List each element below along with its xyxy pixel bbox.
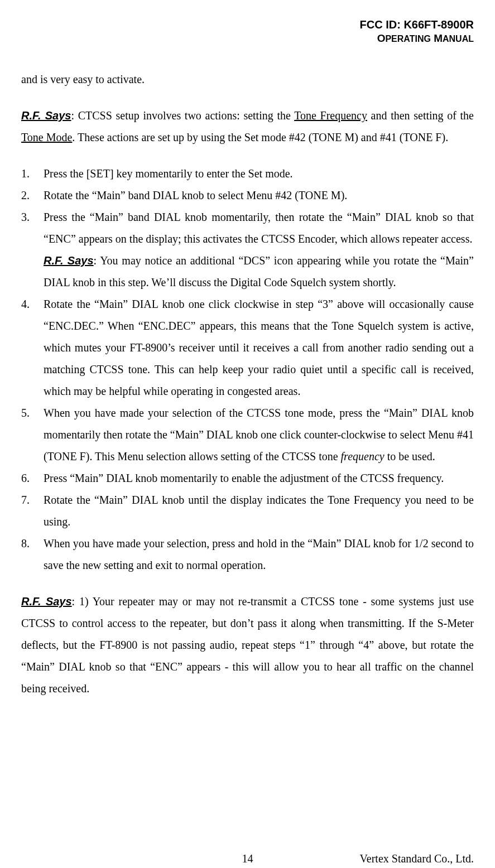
page-header: FCC ID: K66FT-8900R OPERATING MANUAL: [21, 18, 474, 45]
tone-mode-underline: Tone Mode: [21, 131, 72, 143]
rf-says-2: R.F. Says: 1) Your repeater may or may n…: [21, 591, 474, 700]
op-o: O: [377, 32, 386, 44]
step-number: 2.: [21, 185, 44, 206]
step5-t2: to be used.: [385, 450, 435, 462]
step-body: Rotate the “Main” band DIAL knob to sele…: [44, 185, 474, 206]
op-perating: PERATING: [385, 34, 430, 44]
rf1-between: and then setting of the: [367, 109, 474, 122]
op-m: M: [431, 32, 443, 44]
step3-main: Press the “Main” band DIAL knob momentar…: [44, 211, 474, 245]
rf2-text: : 1) Your repeater may or may not re-tra…: [21, 595, 474, 695]
tone-frequency-underline: Tone Frequency: [294, 109, 367, 122]
operating-manual: OPERATING MANUAL: [21, 32, 474, 45]
list-item: 4. Rotate the “Main” DIAL knob one click…: [21, 293, 474, 402]
list-item: 7. Rotate the “Main” DIAL knob until the…: [21, 489, 474, 533]
step-body: Rotate the “Main” DIAL knob one click cl…: [44, 293, 474, 402]
list-item: 5. When you have made your selection of …: [21, 402, 474, 467]
rf1-after: . These actions are set up by using the …: [72, 131, 448, 143]
rf-label-inline: R.F. Says: [44, 254, 94, 267]
company-name: Vertex Standard Co., Ltd.: [360, 848, 474, 868]
step3-rf-says: R.F. Says: You may notice an additional …: [44, 250, 474, 293]
step-body: Press the “Main” band DIAL knob momentar…: [44, 206, 474, 293]
step-body: When you have made your selection, press…: [44, 533, 474, 576]
rf-label-1: R.F. Says: [21, 109, 71, 122]
step-number: 8.: [21, 533, 44, 554]
list-item: 6. Press “Main” DIAL knob momentarily to…: [21, 467, 474, 489]
step-body: When you have made your selection of the…: [44, 402, 474, 467]
op-anual: ANUAL: [443, 34, 474, 44]
steps-list: 1. Press the [SET] key momentarily to en…: [21, 163, 474, 576]
step5-frequency-em: frequency: [341, 450, 385, 462]
step-number: 5.: [21, 402, 44, 424]
step-body: Press “Main” DIAL knob momentarily to en…: [44, 467, 474, 489]
step-number: 4.: [21, 293, 44, 315]
step-number: 1.: [21, 163, 44, 185]
rf-says-1: R.F. Says: CTCSS setup involves two acti…: [21, 105, 474, 148]
step-number: 7.: [21, 489, 44, 511]
step-body: Press the [SET] key momentarily to enter…: [44, 163, 474, 185]
rf1-before: : CTCSS setup involves two actions: sett…: [71, 109, 295, 122]
rf-label-2: R.F. Says: [21, 595, 72, 607]
list-item: 2. Rotate the “Main” band DIAL knob to s…: [21, 185, 474, 206]
step-number: 6.: [21, 467, 44, 489]
step-number: 3.: [21, 206, 44, 228]
list-item: 1. Press the [SET] key momentarily to en…: [21, 163, 474, 185]
fcc-id: FCC ID: K66FT-8900R: [21, 18, 474, 32]
list-item: 3. Press the “Main” band DIAL knob momen…: [21, 206, 474, 293]
list-item: 8. When you have made your selection, pr…: [21, 533, 474, 576]
step3-rf-text: : You may notice an additional “DCS” ico…: [44, 254, 474, 288]
step-body: Rotate the “Main” DIAL knob until the di…: [44, 489, 474, 533]
intro-continuation: and is very easy to activate.: [21, 69, 474, 90]
